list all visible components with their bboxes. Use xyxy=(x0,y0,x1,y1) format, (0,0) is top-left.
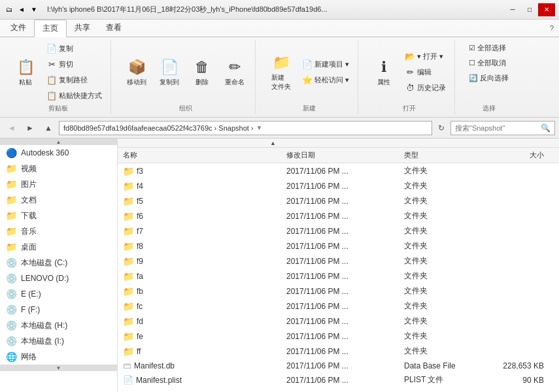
properties-button[interactable]: ℹ 属性 xyxy=(369,54,399,90)
table-row[interactable]: 📁 fb 2017/11/06 PM ... 文件夹 xyxy=(118,284,559,299)
window-controls[interactable]: ─ □ ✕ xyxy=(504,3,555,16)
sidebar-label-8: LENOVO (D:) xyxy=(21,274,69,283)
sidebar-item-7[interactable]: 💿本地磁盘 (C:) xyxy=(0,255,117,270)
address-dropdown-icon[interactable]: ▼ xyxy=(256,124,263,131)
table-row[interactable]: 📄 Manifest.plist 2017/11/06 PM ... PLIST… xyxy=(118,372,559,387)
new-folder-button[interactable]: 📁 新建文件夹 xyxy=(266,49,296,95)
sidebar-item-8[interactable]: 💿LENOVO (D:) xyxy=(0,270,117,286)
sidebar-item-10[interactable]: 💿F (F:) xyxy=(0,302,117,318)
file-icon-8: 📁 xyxy=(123,286,134,297)
forward-icon[interactable]: ▼ xyxy=(29,5,39,15)
edit-button[interactable]: ✏ 编辑 xyxy=(401,65,449,79)
sidebar-scroll-up[interactable]: ▲ xyxy=(0,139,117,145)
maximize-button[interactable]: □ xyxy=(521,3,538,16)
sidebar-icon-9: 💿 xyxy=(5,288,17,300)
table-row[interactable]: 📁 f4 2017/11/06 PM ... 文件夹 xyxy=(118,178,559,193)
sidebar-item-6[interactable]: 📁桌面 xyxy=(0,239,117,255)
sidebar-scroll-down[interactable]: ▼ xyxy=(0,365,117,371)
sidebar-item-0[interactable]: 🔵Autodesk 360 xyxy=(0,145,117,161)
search-input[interactable] xyxy=(455,124,538,132)
table-row[interactable]: 📁 fe 2017/11/06 PM ... 文件夹 xyxy=(118,329,559,344)
sidebar-item-1[interactable]: 📁视频 xyxy=(0,161,117,176)
select-all-button[interactable]: ☑ 全部选择 xyxy=(466,41,512,55)
col-size[interactable]: 大小 xyxy=(484,149,549,161)
copy-to-button[interactable]: 📄 复制到 xyxy=(154,54,184,90)
paste-label: 粘贴 xyxy=(19,78,32,87)
copy-label: 复制 xyxy=(59,44,73,54)
paste-shortcut-button[interactable]: 📋 粘贴快捷方式 xyxy=(43,88,105,103)
tab-share[interactable]: 共享 xyxy=(67,20,98,37)
tab-home[interactable]: 主页 xyxy=(34,20,67,37)
ribbon-tabs: 文件 主页 共享 查看 ? xyxy=(0,20,559,37)
back-button[interactable]: ◄ xyxy=(4,121,20,135)
col-name[interactable]: 名称 xyxy=(118,149,281,161)
sidebar-item-13[interactable]: 🌐网络 xyxy=(0,349,117,365)
table-row[interactable]: 📁 f7 2017/11/06 PM ... 文件夹 xyxy=(118,223,559,238)
tab-view[interactable]: 查看 xyxy=(98,20,129,37)
address-path[interactable]: fd80bd89e57dfa19d6faafeaecaa0522f4c3769c… xyxy=(59,121,432,135)
sidebar-item-12[interactable]: 💿本地磁盘 (I:) xyxy=(0,333,117,349)
invert-selection-button[interactable]: 🔄 反向选择 xyxy=(466,71,512,85)
table-row[interactable]: 📁 f3 2017/11/06 PM ... 文件夹 xyxy=(118,163,559,178)
file-size-7 xyxy=(484,276,549,277)
history-button[interactable]: ⏱ 历史记录 xyxy=(401,80,449,95)
table-row[interactable]: 🗃 Manifest.db 2017/11/06 PM ... Data Bas… xyxy=(118,359,559,372)
sidebar-label-0: Autodesk 360 xyxy=(21,148,69,157)
file-icon-9: 📁 xyxy=(123,301,134,312)
rename-button[interactable]: ✏ 重命名 xyxy=(220,54,250,90)
col-date[interactable]: 修改日期 xyxy=(281,149,399,161)
file-date-6: 2017/11/06 PM ... xyxy=(281,256,399,267)
sidebar-item-4[interactable]: 📁下载 xyxy=(0,208,117,223)
sidebar-label-10: F (F:) xyxy=(21,305,40,314)
minimize-button[interactable]: ─ xyxy=(504,3,521,16)
sidebar-item-11[interactable]: 💿本地磁盘 (H:) xyxy=(0,318,117,333)
back-icon[interactable]: ◄ xyxy=(16,5,27,15)
sidebar-icon-6: 📁 xyxy=(5,241,17,253)
select-none-button[interactable]: ☐ 全部取消 xyxy=(466,56,512,70)
refresh-button[interactable]: ↻ xyxy=(435,122,448,135)
sidebar-item-3[interactable]: 📁文档 xyxy=(0,192,117,208)
col-type[interactable]: 类型 xyxy=(399,149,484,161)
table-row[interactable]: 📁 fd 2017/11/06 PM ... 文件夹 xyxy=(118,314,559,329)
forward-button[interactable]: ► xyxy=(22,121,38,135)
tab-file[interactable]: 文件 xyxy=(3,20,34,37)
copy-button[interactable]: 📄 复制 xyxy=(43,41,105,56)
table-row[interactable]: 📁 ff 2017/11/06 PM ... 文件夹 xyxy=(118,344,559,359)
copy-to-label: 复制到 xyxy=(160,78,179,87)
search-icon: 🔍 xyxy=(541,123,551,133)
close-button[interactable]: ✕ xyxy=(538,3,555,16)
file-name-8: 📁 fb xyxy=(118,286,281,297)
properties-label: 属性 xyxy=(377,78,390,87)
cut-button[interactable]: ✂ 剪切 xyxy=(43,57,105,71)
move-to-button[interactable]: 📦 移动到 xyxy=(122,54,152,90)
open-button[interactable]: 📂 ▾ 打开 ▾ xyxy=(401,49,449,63)
new-item-button[interactable]: 📄 新建项目 ▾ xyxy=(299,57,352,71)
table-row[interactable]: 📁 fc 2017/11/06 PM ... 文件夹 xyxy=(118,299,559,314)
easy-access-button[interactable]: ⭐ 轻松访问 ▾ xyxy=(299,73,352,87)
file-icon-10: 📁 xyxy=(123,316,134,327)
table-row[interactable]: 📁 f6 2017/11/06 PM ... 文件夹 xyxy=(118,208,559,223)
sidebar-item-2[interactable]: 📁图片 xyxy=(0,176,117,192)
up-button[interactable]: ▲ xyxy=(41,121,56,135)
invert-selection-icon: 🔄 xyxy=(469,74,478,82)
delete-button[interactable]: 🗑 删除 xyxy=(187,54,217,90)
table-row[interactable]: 📁 f8 2017/11/06 PM ... 文件夹 xyxy=(118,238,559,253)
sidebar-item-9[interactable]: 💿E (E:) xyxy=(0,286,117,302)
sidebar-icon-4: 📁 xyxy=(5,210,17,221)
table-row[interactable]: 📁 f5 2017/11/06 PM ... 文件夹 xyxy=(118,193,559,208)
sidebar-item-5[interactable]: 📁音乐 xyxy=(0,223,117,239)
help-button[interactable]: ? xyxy=(550,24,554,32)
table-row[interactable]: 📁 fa 2017/11/06 PM ... 文件夹 xyxy=(118,269,559,284)
file-size-10 xyxy=(484,321,549,322)
new-item-icon: 📄 xyxy=(302,59,313,69)
search-box[interactable]: 🔍 xyxy=(450,121,555,135)
file-icon-7: 📁 xyxy=(123,271,134,282)
file-icon-13: 🗃 xyxy=(123,361,131,370)
paste-button[interactable]: 📋 粘贴 xyxy=(10,54,41,90)
table-row[interactable]: 📁 f9 2017/11/06 PM ... 文件夹 xyxy=(118,253,559,269)
sidebar-label-13: 网络 xyxy=(21,351,37,363)
new-options: 📄 新建项目 ▾ ⭐ 轻松访问 ▾ xyxy=(299,57,352,87)
paste-shortcut-label: 粘贴快捷方式 xyxy=(59,91,102,101)
copy-path-button[interactable]: 📋 复制路径 xyxy=(43,73,105,87)
file-name-12: 📁 ff xyxy=(118,346,281,357)
